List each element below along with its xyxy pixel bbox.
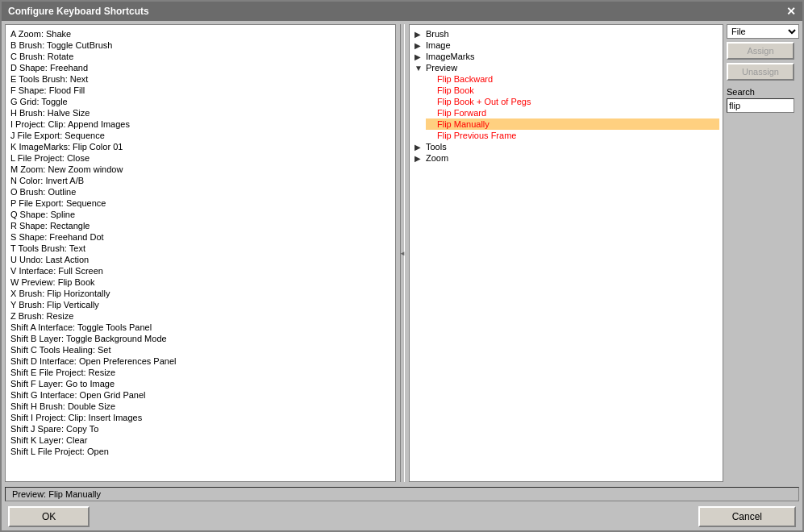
tree-item[interactable]: Zoom [413,152,719,164]
tree-arrow-icon [414,64,426,73]
search-section: Search [727,87,799,113]
list-item[interactable]: Shift E File Project: Resize [9,367,392,378]
list-item[interactable]: I Project: Clip: Append Images [9,118,392,130]
list-item[interactable]: W Preview: Flip Book [9,276,392,288]
list-item[interactable]: R Shape: Rectangle [9,220,392,231]
list-item[interactable]: V Interface: Full Screen [9,265,392,276]
tree-arrow-icon [414,154,426,163]
shortcuts-list[interactable]: A Zoom: ShakeB Brush: Toggle CutBrushC B… [5,24,396,482]
ok-button[interactable]: OK [8,506,90,527]
list-item[interactable]: Shift F Layer: Go to Image [9,378,392,389]
list-item[interactable]: F Shape: Flood Fill [9,85,392,96]
tree-leaf[interactable]: Flip Backward [426,73,719,85]
tree-arrow-icon [414,143,426,152]
file-dropdown-row: FileEditViewLayer [727,24,799,39]
list-item[interactable]: Shift G Interface: Open Grid Panel [9,389,392,401]
list-item[interactable]: O Brush: Outline [9,186,392,197]
list-item[interactable]: Shift B Layer: Toggle Background Mode [9,333,392,344]
list-item[interactable]: D Shape: Freehand [9,62,392,73]
list-item[interactable]: Shift A Interface: Toggle Tools Panel [9,322,392,333]
tree-item[interactable]: Brush [413,28,719,39]
status-text: Preview: Flip Manually [12,489,101,499]
bottom-bar: OK Cancel [2,503,802,530]
list-item[interactable]: L File Project: Close [9,152,392,164]
tree-item-label: Zoom [426,153,448,163]
list-item[interactable]: T Tools Brush: Text [9,243,392,254]
list-item[interactable]: G Grid: Toggle [9,96,392,107]
tree-item-label: ImageMarks [426,52,475,61]
list-item[interactable]: B Brush: Toggle CutBrush [9,39,392,51]
divider-arrow: ◄ [400,24,405,482]
list-item[interactable]: C Brush: Rotate [9,51,392,62]
tree-item[interactable]: ImageMarks [413,51,719,62]
status-bar: Preview: Flip Manually [5,487,799,501]
list-item[interactable]: H Brush: Halve Size [9,107,392,118]
tree-leaf[interactable]: Flip Book + Out of Pegs [426,96,719,107]
list-item[interactable]: P File Export: Sequence [9,197,392,209]
list-item[interactable]: N Color: Invert A/B [9,175,392,186]
list-item[interactable]: Q Shape: Spline [9,209,392,220]
list-item[interactable]: Shift D Interface: Open Preferences Pane… [9,355,392,367]
configure-shortcuts-window: Configure Keyboard Shortcuts ✕ A Zoom: S… [0,0,804,532]
tree-leaf[interactable]: Flip Book [426,85,719,96]
list-item[interactable]: Shift J Spare: Copy To [9,423,392,434]
panel-divider: ◄ [399,24,406,482]
window-title: Configure Keyboard Shortcuts [8,6,149,17]
tree-arrow-icon [414,30,426,39]
list-item[interactable]: S Shape: Freehand Dot [9,231,392,243]
list-item[interactable]: U Undo: Last Action [9,254,392,265]
side-panel: FileEditViewLayer Assign Unassign Search [727,24,799,482]
tree-item-label: Brush [426,29,449,39]
list-item[interactable]: Z Brush: Resize [9,310,392,322]
list-item[interactable]: Shift H Brush: Double Size [9,401,392,412]
tree-leaf[interactable]: Flip Manually [426,118,719,130]
search-input[interactable] [727,98,794,113]
tree-arrow-icon [414,41,426,50]
commands-tree[interactable]: BrushImageImageMarksPreviewFlip Backward… [409,24,723,482]
list-item[interactable]: A Zoom: Shake [9,28,392,39]
tree-leaf[interactable]: Flip Previous Frame [426,130,719,141]
list-item[interactable]: J File Export: Sequence [9,130,392,141]
list-item[interactable]: Y Brush: Flip Vertically [9,299,392,310]
tree-arrow-icon [414,52,426,61]
tree-children: Flip BackwardFlip BookFlip Book + Out of… [413,73,719,141]
assign-button[interactable]: Assign [727,42,794,60]
tree-item-label: Tools [426,142,447,152]
cancel-button[interactable]: Cancel [698,506,796,527]
tree-item-label: Preview [426,63,457,73]
list-item[interactable]: Shift C Tools Healing: Set [9,344,392,355]
list-item[interactable]: Shift I Project: Clip: Insert Images [9,412,392,423]
unassign-button[interactable]: Unassign [727,63,794,81]
list-item[interactable]: X Brush: Flip Horizontally [9,288,392,299]
main-content: A Zoom: ShakeB Brush: Toggle CutBrushC B… [2,21,802,485]
close-button[interactable]: ✕ [786,5,796,18]
title-bar: Configure Keyboard Shortcuts ✕ [2,2,802,21]
list-item[interactable]: E Tools Brush: Next [9,73,392,85]
file-dropdown[interactable]: FileEditViewLayer [727,24,799,39]
tree-item[interactable]: Preview [413,62,719,73]
tree-leaf[interactable]: Flip Forward [426,107,719,118]
tree-item[interactable]: Image [413,39,719,51]
tree-item[interactable]: Tools [413,141,719,152]
list-item[interactable]: Shift L File Project: Open [9,446,392,457]
list-item[interactable]: Shift K Layer: Clear [9,434,392,446]
search-label: Search [727,87,799,97]
tree-item-label: Image [426,40,451,50]
list-item[interactable]: K ImageMarks: Flip Color 01 [9,141,392,152]
list-item[interactable]: M Zoom: New Zoom window [9,164,392,175]
